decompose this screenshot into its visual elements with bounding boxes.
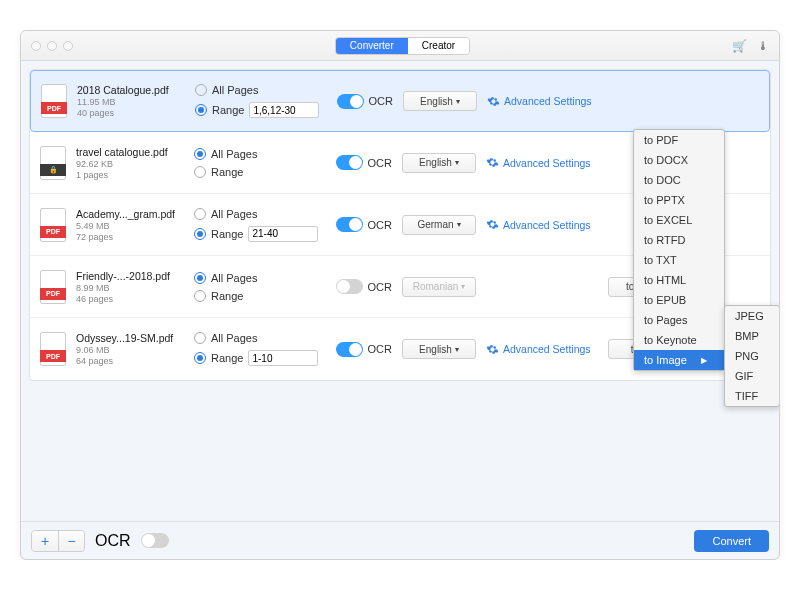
file-pages: 1 pages <box>76 170 184 180</box>
menu-item[interactable]: to EXCEL <box>634 210 724 230</box>
traffic-min[interactable] <box>47 41 57 51</box>
ocr-switch[interactable] <box>336 279 363 294</box>
language-select[interactable]: English ▾ <box>402 339 476 359</box>
footer-ocr-switch[interactable] <box>141 533 169 548</box>
tab-converter[interactable]: Converter <box>336 38 408 54</box>
remove-button[interactable]: − <box>58 531 84 551</box>
range-input[interactable] <box>249 102 319 118</box>
chevron-down-icon: ▾ <box>455 345 459 354</box>
ocr-label: OCR <box>368 219 392 231</box>
menu-item[interactable]: to DOCX <box>634 150 724 170</box>
pdf-icon: PDF <box>41 84 67 118</box>
ocr-label: OCR <box>368 157 392 169</box>
menu-item[interactable]: to Image▶ <box>634 350 724 370</box>
file-name: Odyssey...19-SM.pdf <box>76 332 184 344</box>
range-label: Range <box>211 166 243 178</box>
language-select[interactable]: English ▾ <box>403 91 477 111</box>
file-size: 9.06 MB <box>76 345 184 355</box>
chevron-down-icon: ▾ <box>461 282 465 291</box>
all-pages-label: All Pages <box>212 84 258 96</box>
file-name: Friendly-...-2018.pdf <box>76 270 184 282</box>
image-submenu[interactable]: JPEGBMPPNGGIFTIFF <box>724 305 779 407</box>
menu-item[interactable]: to HTML <box>634 270 724 290</box>
all-pages-radio[interactable] <box>194 272 206 284</box>
chevron-down-icon: ▾ <box>457 220 461 229</box>
file-info: travel catalogue.pdf 92.62 KB 1 pages <box>76 146 184 180</box>
add-button[interactable]: + <box>32 531 58 551</box>
thermometer-icon[interactable]: 🌡 <box>757 39 769 53</box>
tab-creator[interactable]: Creator <box>408 38 469 54</box>
traffic-max[interactable] <box>63 41 73 51</box>
ocr-group: OCR <box>336 217 392 232</box>
range-input[interactable] <box>248 226 318 242</box>
footer: + − OCR Convert <box>21 521 779 559</box>
ocr-group: OCR <box>336 342 392 357</box>
language-value: English <box>419 157 452 168</box>
range-label: Range <box>211 290 243 302</box>
language-select[interactable]: German ▾ <box>402 215 476 235</box>
page-range-group: All Pages Range <box>194 148 326 178</box>
chevron-right-icon: ▶ <box>701 356 707 365</box>
all-pages-radio[interactable] <box>194 208 206 220</box>
all-pages-label: All Pages <box>211 272 257 284</box>
advanced-settings-link[interactable]: Advanced Settings <box>486 156 598 169</box>
format-menu[interactable]: to PDFto DOCXto DOCto PPTXto EXCELto RTF… <box>633 129 725 371</box>
cart-icon[interactable]: 🛒 <box>732 39 747 53</box>
range-label: Range <box>211 352 243 364</box>
menu-item[interactable]: JPEG <box>725 306 779 326</box>
ocr-group: OCR <box>337 94 393 109</box>
all-pages-label: All Pages <box>211 148 257 160</box>
menu-item[interactable]: PNG <box>725 346 779 366</box>
ocr-switch[interactable] <box>336 155 363 170</box>
menu-item[interactable]: TIFF <box>725 386 779 406</box>
range-radio[interactable] <box>194 290 206 302</box>
file-size: 11.95 MB <box>77 97 185 107</box>
ocr-switch[interactable] <box>336 342 363 357</box>
range-radio[interactable] <box>194 166 206 178</box>
gear-icon <box>487 95 500 108</box>
pdf-icon: PDF <box>40 208 66 242</box>
titlebar: Converter Creator 🛒 🌡 <box>21 31 779 61</box>
advanced-label: Advanced Settings <box>503 157 591 169</box>
range-input[interactable] <box>248 350 318 366</box>
menu-item[interactable]: to EPUB <box>634 290 724 310</box>
gear-icon <box>486 156 499 169</box>
menu-item[interactable]: to TXT <box>634 250 724 270</box>
all-pages-radio[interactable] <box>194 332 206 344</box>
menu-item[interactable]: GIF <box>725 366 779 386</box>
all-pages-radio[interactable] <box>194 148 206 160</box>
ocr-switch[interactable] <box>336 217 363 232</box>
language-select[interactable]: English ▾ <box>402 153 476 173</box>
menu-item[interactable]: to RTFD <box>634 230 724 250</box>
menu-item[interactable]: to PDF <box>634 130 724 150</box>
language-value: German <box>417 219 453 230</box>
range-radio[interactable] <box>194 352 206 364</box>
advanced-settings-link[interactable]: Advanced Settings <box>486 343 598 356</box>
all-pages-radio[interactable] <box>195 84 207 96</box>
advanced-settings-link[interactable]: Advanced Settings <box>487 95 599 108</box>
menu-item[interactable]: to Keynote <box>634 330 724 350</box>
menu-item[interactable]: to DOC <box>634 170 724 190</box>
range-label: Range <box>212 104 244 116</box>
add-remove: + − <box>31 530 85 552</box>
range-radio[interactable] <box>195 104 207 116</box>
menu-item[interactable]: to Pages <box>634 310 724 330</box>
file-pages: 64 pages <box>76 356 184 366</box>
menu-item[interactable]: to PPTX <box>634 190 724 210</box>
file-size: 92.62 KB <box>76 159 184 169</box>
footer-ocr-label: OCR <box>95 532 131 550</box>
ocr-switch[interactable] <box>337 94 364 109</box>
traffic-close[interactable] <box>31 41 41 51</box>
file-name: 2018 Catalogue.pdf <box>77 84 185 96</box>
table-row[interactable]: PDF 2018 Catalogue.pdf 11.95 MB 40 pages… <box>30 70 770 132</box>
all-pages-label: All Pages <box>211 332 257 344</box>
file-name: travel catalogue.pdf <box>76 146 184 158</box>
page-range-group: All Pages Range <box>194 272 326 302</box>
language-select[interactable]: Romanian ▾ <box>402 277 476 297</box>
advanced-settings-link[interactable]: Advanced Settings <box>486 218 598 231</box>
file-size: 5.49 MB <box>76 221 184 231</box>
menu-item[interactable]: BMP <box>725 326 779 346</box>
range-radio[interactable] <box>194 228 206 240</box>
content: PDF 2018 Catalogue.pdf 11.95 MB 40 pages… <box>21 61 779 521</box>
convert-button[interactable]: Convert <box>694 530 769 552</box>
